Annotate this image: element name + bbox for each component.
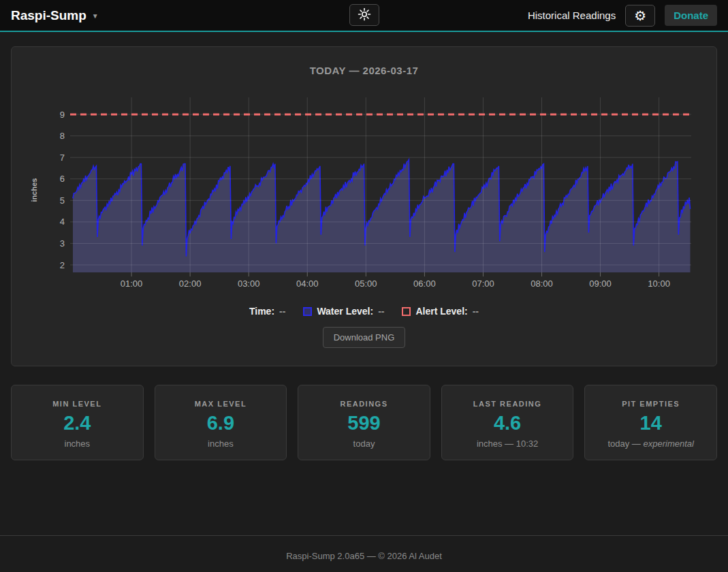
svg-text:6: 6 — [59, 174, 64, 184]
svg-text:06:00: 06:00 — [413, 279, 436, 289]
sun-icon — [358, 7, 371, 23]
brand-title: Raspi-Sump — [11, 8, 86, 23]
legend-time: Time: -- — [249, 306, 285, 317]
legend-water-value: -- — [378, 306, 384, 317]
svg-text:9: 9 — [59, 110, 64, 120]
stat-card-pit-empties: PIT EMPTIES 14 today — experimental — [584, 385, 717, 460]
svg-text:02:00: 02:00 — [178, 279, 201, 289]
svg-text:8: 8 — [59, 131, 64, 141]
chart-panel: TODAY — 2026-03-17 2345678901:0002:0003:… — [11, 46, 717, 366]
stat-sub: inches — [12, 439, 143, 449]
water-level-swatch-icon — [303, 307, 312, 316]
svg-text:5: 5 — [59, 195, 64, 206]
legend-water-level: Water Level: -- — [303, 306, 384, 317]
legend-alert-label: Alert Level: — [415, 306, 467, 317]
theme-toggle-button[interactable] — [349, 4, 379, 26]
legend-time-label: Time: — [249, 306, 274, 317]
download-png-button[interactable]: Download PNG — [323, 327, 406, 348]
stat-sub: inches — 10:32 — [442, 439, 573, 449]
svg-text:03:00: 03:00 — [237, 279, 259, 289]
settings-button[interactable]: ⚙ — [625, 5, 655, 27]
stats-row: MIN LEVEL 2.4 inches MAX LEVEL 6.9 inche… — [11, 385, 717, 460]
stat-card-max-level: MAX LEVEL 6.9 inches — [155, 385, 287, 460]
svg-text:08:00: 08:00 — [531, 279, 553, 289]
alert-level-swatch-icon — [402, 307, 411, 316]
stat-sub-italic: experimental — [643, 439, 693, 449]
stat-label: LAST READING — [442, 400, 573, 408]
legend-alert-value: -- — [473, 306, 479, 317]
footer-text: Raspi-Sump 2.0a65 — © 2026 Al Audet — [0, 536, 728, 561]
stat-sub: today — [298, 439, 430, 449]
legend-time-value: -- — [279, 306, 285, 317]
water-level-chart: 2345678901:0002:0003:0004:0005:0006:0007… — [27, 89, 701, 293]
svg-text:3: 3 — [59, 238, 64, 249]
stat-value: 2.4 — [12, 412, 143, 434]
chart-title: TODAY — 2026-03-17 — [12, 47, 716, 78]
stat-label: MAX LEVEL — [155, 400, 287, 408]
chart-legend: Time: -- Water Level: -- Alert Level: -- — [12, 306, 716, 317]
stat-value: 6.9 — [155, 412, 287, 434]
stat-sub: inches — [155, 439, 287, 449]
svg-text:04:00: 04:00 — [296, 279, 318, 289]
navbar: Raspi-Sump ▼ Historical Readings ⚙ Donat… — [0, 0, 728, 32]
stat-label: MIN LEVEL — [12, 400, 143, 408]
svg-text:01:00: 01:00 — [120, 279, 142, 289]
historical-readings-link[interactable]: Historical Readings — [528, 10, 616, 21]
stat-label: PIT EMPTIES — [585, 400, 716, 408]
stat-card-last-reading: LAST READING 4.6 inches — 10:32 — [441, 385, 574, 460]
stat-value: 599 — [298, 412, 430, 434]
stat-sub: today — experimental — [585, 439, 716, 449]
svg-text:07:00: 07:00 — [472, 279, 494, 289]
svg-text:inches: inches — [30, 178, 38, 202]
legend-water-label: Water Level: — [317, 306, 373, 317]
svg-text:7: 7 — [59, 153, 64, 163]
stat-label: READINGS — [298, 400, 430, 408]
stat-value: 4.6 — [442, 412, 573, 434]
gear-icon: ⚙ — [634, 9, 646, 22]
legend-alert-level: Alert Level: -- — [402, 306, 479, 317]
donate-button[interactable]: Donate — [665, 5, 717, 26]
svg-text:10:00: 10:00 — [648, 279, 670, 289]
svg-text:05:00: 05:00 — [355, 279, 377, 289]
svg-text:2: 2 — [59, 260, 64, 270]
brand-menu[interactable]: Raspi-Sump ▼ — [11, 8, 99, 23]
svg-text:09:00: 09:00 — [589, 279, 612, 289]
stat-card-min-level: MIN LEVEL 2.4 inches — [11, 385, 144, 460]
stat-value: 14 — [585, 412, 716, 434]
svg-text:4: 4 — [59, 217, 64, 227]
chevron-down-icon: ▼ — [92, 11, 99, 20]
stat-card-readings: READINGS 599 today — [298, 385, 430, 460]
